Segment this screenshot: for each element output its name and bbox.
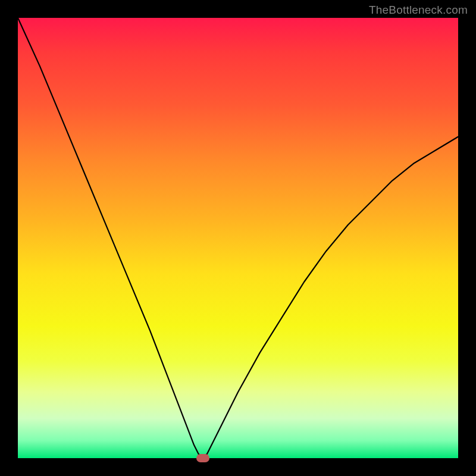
bottleneck-curve <box>18 18 458 458</box>
watermark-text: TheBottleneck.com <box>369 4 468 17</box>
plot-area <box>18 18 458 458</box>
chart-container: TheBottleneck.com <box>0 0 476 476</box>
minimum-marker <box>196 454 209 462</box>
curve-svg <box>18 18 458 458</box>
